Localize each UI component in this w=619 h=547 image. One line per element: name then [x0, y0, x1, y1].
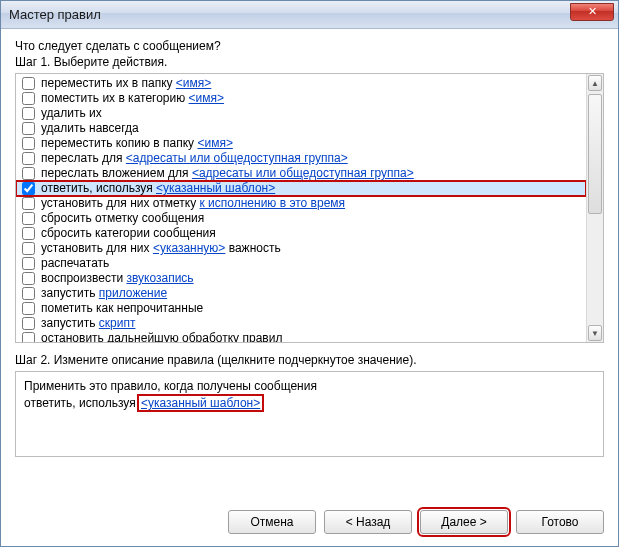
action-pre: переместить копию в папку [41, 136, 197, 150]
action-text: сбросить отметку сообщения [41, 211, 204, 226]
action-checkbox[interactable] [22, 287, 35, 300]
action-pre: переслать для [41, 151, 126, 165]
action-pre: удалить навсегда [41, 121, 139, 135]
action-checkbox[interactable] [22, 92, 35, 105]
action-checkbox[interactable] [22, 332, 35, 342]
action-link[interactable]: к исполнению в это время [200, 196, 346, 210]
action-pre: воспроизвести [41, 271, 126, 285]
action-pre: удалить их [41, 106, 102, 120]
action-row[interactable]: удалить их [16, 106, 586, 121]
action-text: распечатать [41, 256, 109, 271]
window-title: Мастер правил [9, 7, 570, 22]
finish-button[interactable]: Готово [516, 510, 604, 534]
action-link[interactable]: скрипт [99, 316, 136, 330]
action-checkbox[interactable] [22, 122, 35, 135]
action-pre: переместить их в папку [41, 76, 176, 90]
actions-list[interactable]: переместить их в папку <имя>поместить их… [16, 74, 586, 342]
action-pre: запустить [41, 316, 99, 330]
action-row[interactable]: переслать для <адресаты или общедоступна… [16, 151, 586, 166]
action-checkbox[interactable] [22, 257, 35, 270]
action-row[interactable]: распечатать [16, 256, 586, 271]
action-row[interactable]: переместить копию в папку <имя> [16, 136, 586, 151]
action-row[interactable]: пометить как непрочитанные [16, 301, 586, 316]
cancel-button[interactable]: Отмена [228, 510, 316, 534]
scroll-thumb[interactable] [588, 94, 602, 214]
rules-wizard-window: Мастер правил ✕ Что следует сделать с со… [0, 0, 619, 547]
action-pre: пометить как непрочитанные [41, 301, 203, 315]
scrollbar[interactable]: ▲ ▼ [586, 74, 603, 342]
action-link[interactable]: звукозапись [126, 271, 193, 285]
scroll-down-button[interactable]: ▼ [588, 325, 602, 341]
action-text: переслать для <адресаты или общедоступна… [41, 151, 348, 166]
action-link[interactable]: приложение [99, 286, 167, 300]
action-checkbox[interactable] [22, 137, 35, 150]
action-link[interactable]: <имя> [189, 91, 224, 105]
action-text: переместить их в папку <имя> [41, 76, 211, 91]
action-link[interactable]: <имя> [176, 76, 211, 90]
action-row[interactable]: поместить их в категорию <имя> [16, 91, 586, 106]
template-link[interactable]: <указанный шаблон> [139, 396, 262, 410]
action-link[interactable]: <адресаты или общедоступная группа> [192, 166, 414, 180]
action-text: остановить дальнейшую обработку правил [41, 331, 282, 342]
action-pre: установить для них [41, 241, 153, 255]
action-row[interactable]: запустить скрипт [16, 316, 586, 331]
action-text: ответить, используя <указанный шаблон> [41, 181, 275, 196]
titlebar: Мастер правил ✕ [1, 1, 618, 29]
action-pre: запустить [41, 286, 99, 300]
action-checkbox[interactable] [22, 317, 35, 330]
action-post: важность [225, 241, 280, 255]
action-link[interactable]: <имя> [197, 136, 232, 150]
action-checkbox[interactable] [22, 272, 35, 285]
action-row[interactable]: сбросить отметку сообщения [16, 211, 586, 226]
action-row[interactable]: переместить их в папку <имя> [16, 76, 586, 91]
action-row[interactable]: воспроизвести звукозапись [16, 271, 586, 286]
action-row[interactable]: запустить приложение [16, 286, 586, 301]
action-row[interactable]: сбросить категории сообщения [16, 226, 586, 241]
action-text: запустить приложение [41, 286, 167, 301]
description-pane: Применить это правило, когда получены со… [15, 371, 604, 457]
action-checkbox[interactable] [22, 152, 35, 165]
action-pre: сбросить категории сообщения [41, 226, 216, 240]
action-link[interactable]: <адресаты или общедоступная группа> [126, 151, 348, 165]
action-checkbox[interactable] [22, 302, 35, 315]
description-line-1: Применить это правило, когда получены со… [24, 378, 595, 395]
action-checkbox[interactable] [22, 182, 35, 195]
action-link[interactable]: <указанную> [153, 241, 226, 255]
action-pre: установить для них отметку [41, 196, 200, 210]
action-pre: поместить их в категорию [41, 91, 189, 105]
step1-label: Шаг 1. Выберите действия. [15, 55, 604, 69]
action-pre: переслать вложением для [41, 166, 192, 180]
action-row[interactable]: остановить дальнейшую обработку правил [16, 331, 586, 342]
scroll-up-button[interactable]: ▲ [588, 75, 602, 91]
action-text: переслать вложением для <адресаты или об… [41, 166, 414, 181]
action-checkbox[interactable] [22, 212, 35, 225]
dialog-body: Что следует сделать с сообщением? Шаг 1.… [1, 29, 618, 546]
description-line-2-pre: ответить, используя [24, 396, 139, 410]
description-line-2: ответить, используя <указанный шаблон> [24, 395, 595, 412]
action-row[interactable]: установить для них <указанную> важность [16, 241, 586, 256]
action-pre: остановить дальнейшую обработку правил [41, 331, 282, 342]
back-button[interactable]: < Назад [324, 510, 412, 534]
action-text: сбросить категории сообщения [41, 226, 216, 241]
action-checkbox[interactable] [22, 197, 35, 210]
action-checkbox[interactable] [22, 242, 35, 255]
action-row[interactable]: ответить, используя <указанный шаблон> [16, 181, 586, 196]
action-text: установить для них отметку к исполнению … [41, 196, 345, 211]
action-row[interactable]: установить для них отметку к исполнению … [16, 196, 586, 211]
action-text: переместить копию в папку <имя> [41, 136, 233, 151]
action-checkbox[interactable] [22, 77, 35, 90]
action-row[interactable]: переслать вложением для <адресаты или об… [16, 166, 586, 181]
action-checkbox[interactable] [22, 107, 35, 120]
close-button[interactable]: ✕ [570, 3, 614, 21]
action-text: пометить как непрочитанные [41, 301, 203, 316]
step2-label: Шаг 2. Измените описание правила (щелкни… [15, 353, 604, 367]
action-text: поместить их в категорию <имя> [41, 91, 224, 106]
action-checkbox[interactable] [22, 167, 35, 180]
action-checkbox[interactable] [22, 227, 35, 240]
action-text: удалить их [41, 106, 102, 121]
action-row[interactable]: удалить навсегда [16, 121, 586, 136]
action-pre: ответить, используя [41, 181, 156, 195]
next-button[interactable]: Далее > [420, 510, 508, 534]
action-link[interactable]: <указанный шаблон> [156, 181, 275, 195]
actions-pane: переместить их в папку <имя>поместить их… [15, 73, 604, 343]
